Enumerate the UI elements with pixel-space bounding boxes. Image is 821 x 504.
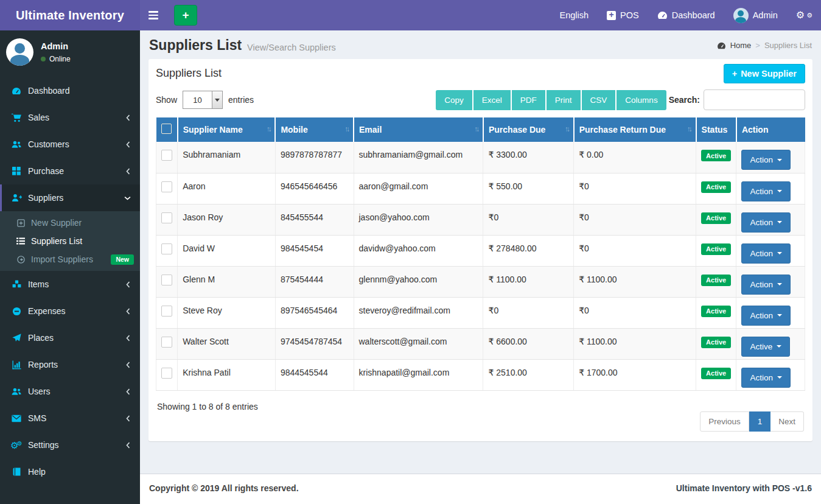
breadcrumb: Home > Suppliers List [717,41,812,50]
column-status[interactable]: Status [696,117,736,142]
action-cell: Action [736,359,805,390]
action-button[interactable]: Action [741,150,791,170]
mobile-cell: 875454444 [275,266,354,297]
action-button[interactable]: Action [741,181,791,201]
book-icon [9,467,24,476]
row-checkbox[interactable] [161,212,172,223]
action-button[interactable]: Active [741,337,790,357]
search-input[interactable] [704,89,805,110]
pdf-button[interactable]: PDF [512,90,545,110]
action-cell: Action [736,235,805,266]
sidebar-item-places[interactable]: Places [0,324,140,351]
version-text: Ultimate Inventory with POS -v1.6 [676,483,812,495]
breadcrumb-home[interactable]: Home [730,41,752,50]
excel-button[interactable]: Excel [473,90,511,110]
status-cell: Active [696,359,736,390]
sidebar-item-sms[interactable]: SMS [0,405,140,432]
new-badge: New [111,254,134,265]
row-checkbox[interactable] [161,150,172,161]
entries-label: entries [228,95,254,105]
purchase-due-cell: ₹ 3300.00 [483,142,574,173]
sidebar-item-reports[interactable]: Reports [0,351,140,378]
action-button[interactable]: Action [741,368,791,388]
purchase-return-due-cell: ₹ 0.00 [574,142,696,173]
column-supplier-name[interactable]: Supplier Name↑↓ [178,117,276,142]
column-mobile[interactable]: Mobile↑↓ [275,117,354,142]
table-header-row: Supplier Name↑↓ Mobile↑↓ Email↑↓ Purchas… [156,117,805,142]
status-badge: Active [701,275,731,286]
sidebar-item-new-supplier[interactable]: New Supplier [0,214,140,232]
column-purchase-due[interactable]: Purchase Due↑↓ [483,117,574,142]
sidebar-item-customers[interactable]: Customers [0,131,140,158]
page-size-select[interactable]: 10 [183,91,223,109]
sidebar-item-import-suppliers[interactable]: Import Suppliers New [0,250,140,268]
status-cell: Active [696,235,736,266]
sidebar-item-purchase[interactable]: Purchase [0,158,140,184]
arrow-circle-left-icon [15,256,27,264]
next-page-button[interactable]: Next [770,411,804,432]
supplier-name-cell: Krishna Patil [178,359,276,390]
previous-page-button[interactable]: Previous [700,411,749,432]
cubes-icon [9,280,24,289]
user-menu[interactable]: Admin [733,8,778,23]
sidebar-item-users[interactable]: Users [0,378,140,405]
action-button[interactable]: Action [741,243,791,264]
mobile-cell: 946545646456 [275,173,354,204]
purchase-return-due-cell: ₹ 1700.00 [574,359,696,390]
sidebar-item-suppliers-list[interactable]: Suppliers List [0,232,140,250]
purchase-due-cell: ₹ 278480.00 [483,235,574,266]
row-checkbox[interactable] [161,368,172,379]
checkbox-cell [156,204,178,235]
columns-button[interactable]: Columns [617,90,666,110]
page-1-button[interactable]: 1 [749,411,771,432]
app-logo[interactable]: Ultimate Inventory [0,0,140,30]
sort-icon: ↑↓ [474,125,478,133]
copy-button[interactable]: Copy [436,90,472,110]
sidebar-item-help[interactable]: Help [0,458,140,485]
row-checkbox[interactable] [161,181,172,192]
sidebar-item-dashboard[interactable]: Dashboard [0,77,140,104]
sidebar-item-expenses[interactable]: Expenses [0,298,140,324]
sort-icon: ↑↓ [687,125,691,133]
minus-circle-icon [9,307,24,316]
column-purchase-return-due[interactable]: Purchase Return Due↑↓ [574,117,696,142]
row-checkbox[interactable] [161,306,172,317]
caret-down-icon [777,283,782,285]
action-button[interactable]: Action [741,306,791,326]
chevron-left-icon [125,281,131,288]
purchase-due-cell: ₹0 [483,204,574,235]
sidebar-item-items[interactable]: Items [0,271,140,298]
dashboard-link[interactable]: Dashboard [657,10,715,20]
row-checkbox[interactable] [161,275,172,285]
select-all-checkbox[interactable] [161,124,172,134]
main-footer: Copyright © 2019 All rights reserved. Ul… [140,474,821,504]
select-arrow-icon [212,91,222,108]
sort-icon: ↑↓ [344,125,348,133]
entries-info: Showing 1 to 8 of 8 entries [157,401,258,411]
sidebar-toggle-icon[interactable] [148,0,169,30]
new-supplier-button[interactable]: + New Supplier [724,64,805,83]
row-checkbox[interactable] [161,337,172,348]
action-cell: Action [736,204,805,235]
sidebar-item-suppliers[interactable]: Suppliers [0,184,140,211]
print-button[interactable]: Print [547,90,581,110]
action-button[interactable]: Action [741,275,791,295]
paper-plane-icon [9,334,24,342]
chevron-left-icon [125,168,131,175]
pos-link[interactable]: POS [607,10,639,20]
supplier-name-cell: Jason Roy [178,204,276,235]
row-checkbox[interactable] [161,243,172,254]
sidebar-item-sales[interactable]: Sales [0,104,140,131]
column-action[interactable]: Action [736,117,805,142]
sidebar-item-settings[interactable]: ⚙⚙ Settings [0,432,140,458]
action-cell: Action [736,266,805,297]
column-email[interactable]: Email↑↓ [354,117,483,142]
settings-gear-icon[interactable]: ⚙⚙ [796,10,812,20]
email-cell: jason@yahoo.com [354,204,483,235]
action-button[interactable]: Action [741,212,791,233]
chevron-down-icon [124,195,131,201]
language-menu[interactable]: English [560,10,589,20]
table-row: Walter Scott 9745454787454 walterscott@g… [156,328,805,359]
csv-button[interactable]: CSV [582,90,616,110]
quick-add-button[interactable]: + [174,5,197,26]
